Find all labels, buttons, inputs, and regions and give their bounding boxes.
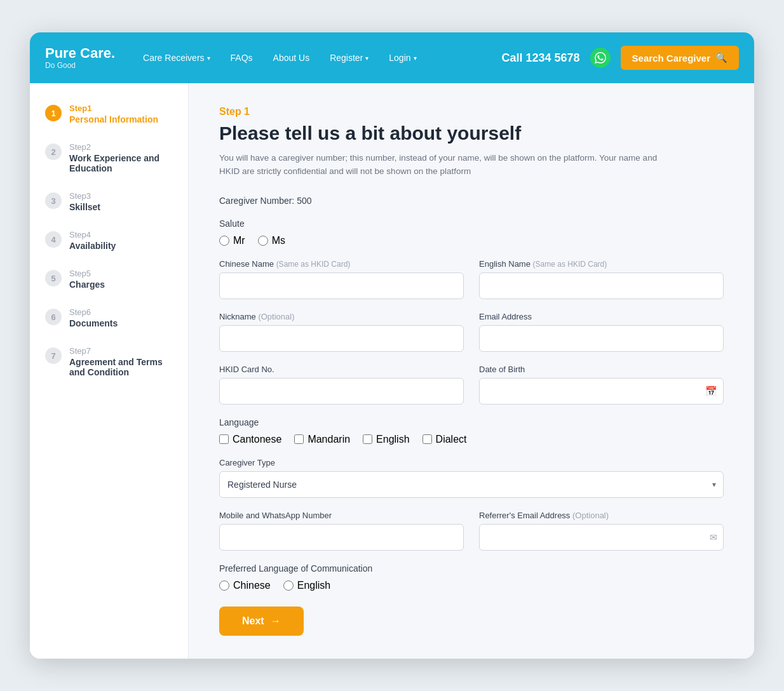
name-row: Chinese Name (Same as HKID Card) English… xyxy=(219,259,724,299)
lang-english-checkbox[interactable] xyxy=(363,434,372,444)
referrer-input-wrapper: ✉ xyxy=(479,524,724,551)
sidebar-item-step2[interactable]: 2 Step2 Work Experience and Education xyxy=(45,142,173,173)
hkid-group: HKID Card No. xyxy=(219,365,464,405)
lang-dialect-option[interactable]: Dialect xyxy=(422,434,467,445)
salute-ms-label: Ms xyxy=(272,235,285,246)
calendar-icon: 📅 xyxy=(705,386,717,397)
nav-about-us[interactable]: About Us xyxy=(266,48,318,68)
chevron-down-icon: ▾ xyxy=(365,55,368,62)
salute-ms-option[interactable]: Ms xyxy=(258,235,285,246)
lang-cantonese-option[interactable]: Cantonese xyxy=(219,434,281,445)
lang-dialect-checkbox[interactable] xyxy=(422,434,432,444)
mobile-group: Mobile and WhatsApp Number xyxy=(219,511,464,551)
page-title: Please tell us a bit about yourself xyxy=(219,123,724,144)
caregiver-number: Caregiver Number: 500 xyxy=(219,196,724,206)
english-name-label: English Name (Same as HKID Card) xyxy=(479,259,724,269)
lang-dialect-label: Dialect xyxy=(436,434,467,445)
step4-name: Availability xyxy=(69,241,116,251)
step1-name: Personal Information xyxy=(69,114,158,124)
lang-mandarin-checkbox[interactable] xyxy=(294,434,304,444)
step5-label: Step5 xyxy=(69,269,105,278)
lang-english-label: English xyxy=(376,434,409,445)
salute-mr-option[interactable]: Mr xyxy=(219,235,245,246)
sidebar-item-step5[interactable]: 5 Step5 Charges xyxy=(45,269,173,290)
email-input[interactable] xyxy=(479,325,724,352)
caregiver-type-label: Caregiver Type xyxy=(219,458,724,467)
nickname-input[interactable] xyxy=(219,325,464,352)
step7-circle: 7 xyxy=(45,347,62,364)
pref-lang-chinese-option[interactable]: Chinese xyxy=(219,580,271,591)
pref-lang-radio-group: Chinese English xyxy=(219,580,724,591)
english-name-input[interactable] xyxy=(479,272,724,299)
dob-label: Date of Birth xyxy=(479,365,724,374)
salute-mr-radio[interactable] xyxy=(219,236,229,246)
step1-label: Step1 xyxy=(69,104,158,113)
step5-circle: 5 xyxy=(45,270,62,286)
nav-login[interactable]: Login ▾ xyxy=(381,48,424,68)
referrer-label: Referrer's Email Address (Optional) xyxy=(479,511,724,520)
search-caregiver-button[interactable]: Search Caregiver 🔍 xyxy=(621,46,739,70)
chinese-name-group: Chinese Name (Same as HKID Card) xyxy=(219,259,464,299)
step5-text: Step5 Charges xyxy=(69,269,105,290)
header-right: Call 1234 5678 Search Caregiver 🔍 xyxy=(501,46,739,70)
email-icon: ✉ xyxy=(710,532,717,542)
dob-input[interactable] xyxy=(479,378,724,405)
lang-mandarin-label: Mandarin xyxy=(308,434,350,445)
hkid-dob-row: HKID Card No. Date of Birth 📅 xyxy=(219,365,724,405)
referrer-email-input[interactable] xyxy=(479,524,724,551)
step3-text: Step3 Skillset xyxy=(69,191,100,212)
step6-label: Step6 xyxy=(69,307,118,317)
sidebar-item-step3[interactable]: 3 Step3 Skillset xyxy=(45,191,173,212)
caregiver-type-group: Caregiver Type Registered Nurse Personal… xyxy=(219,458,724,498)
nav-faqs[interactable]: FAQs xyxy=(223,48,260,68)
logo-sub: Do Good xyxy=(45,61,115,70)
nav-register[interactable]: Register ▾ xyxy=(322,48,376,68)
pref-lang-english-radio[interactable] xyxy=(283,580,294,591)
mobile-input[interactable] xyxy=(219,524,464,551)
step1-text: Step1 Personal Information xyxy=(69,104,158,124)
next-button[interactable]: Next → xyxy=(219,607,304,636)
pref-lang-chinese-radio[interactable] xyxy=(219,580,229,591)
lang-cantonese-checkbox[interactable] xyxy=(219,434,229,444)
salute-radio-group: Mr Ms xyxy=(219,235,724,246)
step6-name: Documents xyxy=(69,318,118,328)
salute-ms-radio[interactable] xyxy=(258,236,268,246)
main-content: Step 1 Please tell us a bit about yourse… xyxy=(189,83,754,659)
pref-lang-chinese-label: Chinese xyxy=(233,580,271,591)
logo: Pure Care. Do Good xyxy=(45,46,115,70)
step7-name: Agreement and Terms and Condition xyxy=(69,357,173,377)
search-icon: 🔍 xyxy=(715,52,727,64)
step7-text: Step7 Agreement and Terms and Condition xyxy=(69,346,173,377)
page-description: You will have a caregiver number; this n… xyxy=(219,152,664,178)
sidebar-item-step4[interactable]: 4 Step4 Availability xyxy=(45,230,173,251)
nickname-group: Nickname (Optional) xyxy=(219,312,464,352)
step4-label: Step4 xyxy=(69,230,116,239)
pref-lang-english-option[interactable]: English xyxy=(283,580,330,591)
whatsapp-icon[interactable] xyxy=(590,48,611,68)
step2-label: Step2 xyxy=(69,142,173,152)
step2-name: Work Experience and Education xyxy=(69,153,173,173)
nickname-label: Nickname (Optional) xyxy=(219,312,464,321)
logo-main: Pure Care. xyxy=(45,46,115,61)
sidebar-item-step7[interactable]: 7 Step7 Agreement and Terms and Conditio… xyxy=(45,346,173,377)
mobile-label: Mobile and WhatsApp Number xyxy=(219,511,464,520)
caregiver-type-select-wrapper: Registered Nurse Personal Care Worker Ph… xyxy=(219,471,724,498)
salute-mr-label: Mr xyxy=(233,235,245,246)
step4-text: Step4 Availability xyxy=(69,230,116,251)
hkid-label: HKID Card No. xyxy=(219,365,464,374)
pref-lang-label: Preferred Language of Communication xyxy=(219,563,724,574)
nav-care-receivers[interactable]: Care Receivers ▾ xyxy=(135,48,217,68)
lang-mandarin-option[interactable]: Mandarin xyxy=(294,434,350,445)
hkid-input[interactable] xyxy=(219,378,464,405)
pref-lang-english-label: English xyxy=(297,580,330,591)
step1-circle: 1 xyxy=(45,105,62,121)
chevron-down-icon: ▾ xyxy=(207,55,210,62)
step6-text: Step6 Documents xyxy=(69,307,118,328)
chinese-name-input[interactable] xyxy=(219,272,464,299)
lang-english-option[interactable]: English xyxy=(363,434,409,445)
lang-cantonese-label: Cantonese xyxy=(233,434,281,445)
sidebar-item-step6[interactable]: 6 Step6 Documents xyxy=(45,307,173,328)
step3-circle: 3 xyxy=(45,192,62,209)
sidebar-item-step1[interactable]: 1 Step1 Personal Information xyxy=(45,104,173,124)
caregiver-type-select[interactable]: Registered Nurse Personal Care Worker Ph… xyxy=(219,471,724,498)
